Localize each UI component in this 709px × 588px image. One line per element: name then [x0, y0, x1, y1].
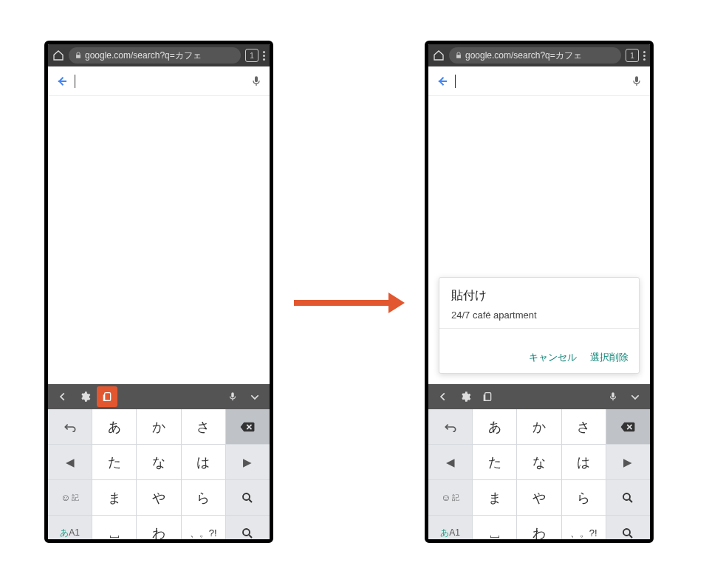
- key-ka[interactable]: か: [137, 409, 181, 445]
- key-wa[interactable]: わ: [137, 516, 181, 543]
- svg-rect-3: [485, 393, 491, 401]
- content-area: [48, 96, 270, 384]
- key-na[interactable]: な: [137, 445, 181, 480]
- home-icon[interactable]: [52, 49, 64, 61]
- tab-count-button[interactable]: 1: [245, 49, 258, 62]
- keyboard: あ か さ ◀ た な は ▶ ☺記 ま や ら: [48, 409, 270, 543]
- paste-dialog: 貼付け 24/7 café apartment キャンセル 選択削除: [439, 277, 640, 374]
- keyboard-mic-icon[interactable]: [603, 386, 623, 407]
- back-arrow-icon[interactable]: [55, 75, 69, 88]
- clipboard-icon[interactable]: [97, 386, 117, 407]
- key-undo[interactable]: [428, 409, 473, 445]
- key-left[interactable]: ◀: [428, 445, 473, 480]
- text-cursor: [455, 75, 456, 88]
- chevron-down-icon[interactable]: [625, 386, 645, 407]
- svg-point-2: [243, 529, 250, 536]
- svg-point-1: [243, 493, 250, 500]
- key-search[interactable]: [226, 480, 270, 516]
- chevron-down-icon[interactable]: [244, 386, 265, 407]
- key-ta[interactable]: た: [473, 445, 517, 480]
- mic-icon[interactable]: [631, 75, 643, 87]
- key-ta[interactable]: た: [92, 445, 137, 480]
- key-ma[interactable]: ま: [92, 480, 137, 516]
- key-ime-switch[interactable]: あA1: [428, 516, 473, 543]
- browser-bar: google.com/search?q=カフェ 1: [48, 44, 270, 66]
- chevron-left-icon[interactable]: [433, 386, 453, 407]
- overflow-menu-icon[interactable]: [263, 51, 265, 61]
- url-text: google.com/search?q=カフェ: [465, 49, 582, 62]
- lock-icon: [455, 52, 462, 59]
- search-row: [428, 66, 650, 96]
- key-search[interactable]: [606, 480, 650, 516]
- paste-dialog-title: 貼付け: [451, 288, 627, 304]
- url-text: google.com/search?q=カフェ: [85, 49, 202, 62]
- clipboard-icon[interactable]: [477, 386, 498, 407]
- overflow-menu-icon[interactable]: [643, 51, 645, 61]
- key-ya[interactable]: や: [517, 480, 561, 516]
- key-ra[interactable]: ら: [182, 480, 226, 516]
- key-ka[interactable]: か: [517, 409, 561, 445]
- url-bar[interactable]: google.com/search?q=カフェ: [69, 47, 241, 64]
- key-punct[interactable]: 、。?!: [182, 516, 226, 543]
- paste-cancel-button[interactable]: キャンセル: [529, 351, 577, 364]
- key-a[interactable]: あ: [473, 409, 517, 445]
- key-undo[interactable]: [48, 409, 92, 445]
- transition-arrow: [294, 297, 405, 309]
- svg-rect-0: [105, 393, 111, 401]
- home-icon[interactable]: [433, 49, 445, 61]
- key-space[interactable]: ⎵: [473, 516, 517, 543]
- key-ha[interactable]: は: [182, 445, 226, 480]
- mic-icon[interactable]: [250, 75, 262, 87]
- key-space[interactable]: ⎵: [92, 516, 137, 543]
- keyboard-mic-icon[interactable]: [222, 386, 243, 407]
- phone-left: google.com/search?q=カフェ 1: [44, 41, 273, 543]
- paste-dialog-content[interactable]: 24/7 café apartment: [451, 310, 627, 321]
- key-sa[interactable]: さ: [182, 409, 226, 445]
- content-area: 貼付け 24/7 café apartment キャンセル 選択削除: [428, 96, 650, 384]
- svg-point-4: [623, 493, 630, 500]
- key-a[interactable]: あ: [92, 409, 137, 445]
- url-bar[interactable]: google.com/search?q=カフェ: [449, 47, 621, 64]
- tab-count-button[interactable]: 1: [626, 49, 639, 62]
- chevron-left-icon[interactable]: [52, 386, 73, 407]
- key-backspace[interactable]: [606, 409, 650, 445]
- key-search2[interactable]: [226, 516, 270, 543]
- phone-right: google.com/search?q=カフェ 1 貼付け 24/7 café …: [425, 41, 654, 543]
- gear-icon[interactable]: [455, 386, 476, 407]
- key-ha[interactable]: は: [562, 445, 606, 480]
- key-ime-switch[interactable]: あA1: [48, 516, 92, 543]
- key-ra[interactable]: ら: [562, 480, 606, 516]
- key-ma[interactable]: ま: [473, 480, 517, 516]
- key-sa[interactable]: さ: [562, 409, 606, 445]
- keyboard: あ か さ ◀ た な は ▶ ☺記 ま や ら: [428, 409, 650, 543]
- key-emoji[interactable]: ☺記: [48, 480, 92, 516]
- key-search2[interactable]: [606, 516, 650, 543]
- lock-icon: [75, 52, 82, 59]
- key-na[interactable]: な: [517, 445, 561, 480]
- key-right[interactable]: ▶: [226, 445, 270, 480]
- key-ya[interactable]: や: [137, 480, 181, 516]
- svg-point-5: [623, 529, 630, 536]
- key-wa[interactable]: わ: [517, 516, 561, 543]
- key-emoji[interactable]: ☺記: [428, 480, 473, 516]
- key-right[interactable]: ▶: [606, 445, 650, 480]
- keyboard-toolbar: [48, 384, 270, 409]
- browser-bar: google.com/search?q=カフェ 1: [428, 44, 650, 66]
- text-cursor: [75, 75, 75, 88]
- gear-icon[interactable]: [75, 386, 95, 407]
- key-punct[interactable]: 、。?!: [562, 516, 606, 543]
- key-backspace[interactable]: [226, 409, 270, 445]
- keyboard-toolbar: [428, 384, 650, 409]
- paste-delete-button[interactable]: 選択削除: [590, 351, 628, 364]
- key-left[interactable]: ◀: [48, 445, 92, 480]
- back-arrow-icon[interactable]: [436, 75, 449, 88]
- search-row: [48, 66, 270, 96]
